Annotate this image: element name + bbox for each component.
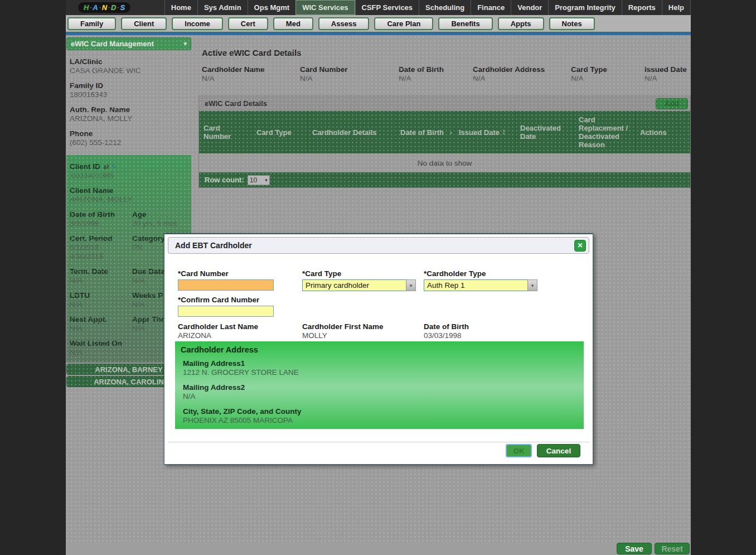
- empty-table-message: No data to show: [199, 153, 690, 172]
- phone-label: Phone: [70, 129, 188, 138]
- tab-appts[interactable]: Appts: [498, 17, 544, 30]
- table-footer: Row count: 10 ▾: [199, 172, 690, 187]
- row-count-label: Row count:: [205, 176, 244, 184]
- modal-dob-label: Date of Birth: [424, 322, 535, 331]
- cardholder-name-value: N/A: [202, 74, 300, 83]
- tab-cert[interactable]: Cert: [228, 17, 268, 30]
- tab-assess[interactable]: Assess: [318, 17, 370, 30]
- card-number-field-label: *Card Number: [178, 269, 274, 278]
- client-name-value: ARIZONA, MOLLY: [70, 195, 188, 204]
- cardholder-address-value: N/A: [473, 74, 571, 83]
- reset-button[interactable]: Reset: [655, 543, 690, 554]
- nav-item-reports[interactable]: Reports: [622, 0, 662, 15]
- tab-income[interactable]: Income: [172, 17, 223, 30]
- mailing-address1-label: Mailing Address1: [183, 359, 578, 368]
- modal-header: Add EBT Cardholder ✕: [168, 237, 589, 254]
- nav-item-csfp-services[interactable]: CSFP Services: [355, 0, 419, 15]
- mailing-address2-value: N/A: [183, 392, 578, 401]
- nav-item-sys-admin[interactable]: Sys Admin: [197, 0, 248, 15]
- logo-letter: D: [111, 3, 116, 12]
- card-number-input[interactable]: [178, 279, 274, 291]
- cardholder-last-name-value: ARIZONA: [178, 331, 301, 340]
- cardholder-address-panel: Cardholder Address Mailing Address11212 …: [175, 341, 584, 429]
- tab-client[interactable]: Client: [121, 17, 167, 30]
- row-count-select[interactable]: 10 ▾: [248, 175, 270, 185]
- card-number-value: N/A: [300, 74, 399, 83]
- row-count-value: 10: [250, 176, 257, 184]
- city-state-zip-county-value: PHOENIX AZ 85005 MARICOPA: [183, 416, 578, 425]
- family-id-value: 180016343: [70, 90, 188, 99]
- transfer-icon[interactable]: ⇄: [104, 163, 109, 171]
- tab-benefits[interactable]: Benefits: [438, 17, 492, 30]
- edit-icon[interactable]: ✎: [112, 163, 117, 171]
- logo-letter: N: [102, 3, 107, 12]
- term-date-label: Term. Date: [70, 267, 132, 276]
- save-button[interactable]: Save: [617, 543, 652, 554]
- issued-date-value: N/A: [644, 74, 691, 83]
- column-card-number[interactable]: Card Number: [199, 111, 252, 153]
- logo-dot: ·: [108, 5, 110, 11]
- chevron-down-icon: ▾: [183, 40, 187, 47]
- column-actions[interactable]: Actions: [636, 111, 690, 153]
- column-deactivated-date[interactable]: Deactivated Date: [516, 111, 574, 153]
- nav-item-ops-mgmt[interactable]: Ops Mgmt: [248, 0, 296, 15]
- dob-value: 3/3/1998: [70, 219, 132, 228]
- dob-label: Date of Birth: [70, 210, 132, 219]
- cardholder-last-name-label: Cardholder Last Name: [178, 322, 301, 331]
- cardholder-type-select[interactable]: Auth Rep 1 ▾: [424, 279, 537, 291]
- tab-bar: Family Client Income Cert Med Assess Car…: [66, 15, 691, 32]
- cardholder-type-field-label: *Cardholder Type: [424, 269, 537, 278]
- cert-period-label: Cert. Period: [70, 234, 132, 243]
- tab-family[interactable]: Family: [67, 17, 116, 30]
- card-type-select[interactable]: Primary cardholder ▾: [302, 279, 416, 291]
- cardholder-type-selected-value: Auth Rep 1: [427, 281, 465, 289]
- column-issued-date[interactable]: Issued Date▲▼: [454, 111, 516, 153]
- card-type-value: N/A: [571, 74, 644, 83]
- close-icon[interactable]: ✕: [574, 240, 586, 252]
- column-card-replacement-reason[interactable]: Card Replacement / Deactivated Reason: [574, 111, 636, 153]
- nav-item-program-integrity[interactable]: Program Integrity: [548, 0, 621, 15]
- age-value: 20 yrs, 5 mos: [132, 219, 188, 228]
- confirm-card-number-field-label: *Confirm Card Number: [178, 296, 274, 305]
- cardholder-address-title: Cardholder Address: [181, 345, 578, 354]
- client-id-value: 11111421385: [70, 171, 188, 180]
- modal-dob-value: 03/03/1998: [424, 331, 535, 340]
- tab-care-plan[interactable]: Care Plan: [374, 17, 433, 30]
- column-cardholder-details[interactable]: Cardholder Details: [308, 111, 396, 153]
- modal-title: Add EBT Cardholder: [175, 241, 252, 250]
- nav-item-finance[interactable]: Finance: [471, 0, 511, 15]
- nav-item-scheduling[interactable]: Scheduling: [419, 0, 471, 15]
- cancel-button[interactable]: Cancel: [537, 444, 580, 457]
- ok-button[interactable]: OK: [506, 444, 532, 457]
- footer-bar: Save Reset: [66, 542, 691, 555]
- top-nav: H·A·N·D·S Home Sys Admin Ops Mgmt WIC Se…: [66, 0, 691, 15]
- column-date-of-birth[interactable]: Date of Birth▲: [396, 111, 454, 153]
- hands-logo: H·A·N·D·S: [66, 0, 143, 15]
- add-ebt-cardholder-modal: Add EBT Cardholder ✕ *Card Number *Card …: [164, 233, 593, 465]
- chevron-down-icon: ▾: [406, 279, 416, 291]
- nav-item-vendor[interactable]: Vendor: [511, 0, 548, 15]
- auth-rep-value: ARIZONA, MOLLY: [70, 114, 188, 123]
- hands-logo-letters: H·A·N·D·S: [78, 2, 130, 13]
- nav-item-home[interactable]: Home: [164, 0, 197, 15]
- logo-dot: ·: [117, 5, 119, 11]
- chevron-down-icon: ▾: [527, 279, 537, 291]
- tab-med[interactable]: Med: [273, 17, 313, 30]
- la-clinic-value: CASA GRANDE WIC: [70, 66, 188, 75]
- tab-notes[interactable]: Notes: [549, 17, 595, 30]
- nav-item-help[interactable]: Help: [662, 0, 691, 15]
- logo-dot: ·: [99, 5, 101, 11]
- app-window: H·A·N·D·S Home Sys Admin Ops Mgmt WIC Se…: [66, 0, 691, 555]
- mailing-address2-label: Mailing Address2: [183, 383, 578, 392]
- next-appt-label: Next Appt.: [70, 315, 132, 324]
- sort-icon: ▲▼: [502, 129, 506, 136]
- column-card-type[interactable]: Card Type: [252, 111, 308, 153]
- add-card-button[interactable]: Add: [656, 98, 688, 109]
- sidebar-section-dropdown[interactable]: eWIC Card Management ▾: [66, 37, 191, 50]
- nav-item-wic-services[interactable]: WIC Services: [295, 0, 355, 15]
- date-of-birth-label: Date of Birth: [399, 65, 473, 74]
- confirm-card-number-input[interactable]: [178, 306, 274, 317]
- logo-letter: S: [120, 3, 125, 12]
- chevron-down-icon: ▾: [265, 177, 268, 183]
- card-type-field-label: *Card Type: [302, 269, 416, 278]
